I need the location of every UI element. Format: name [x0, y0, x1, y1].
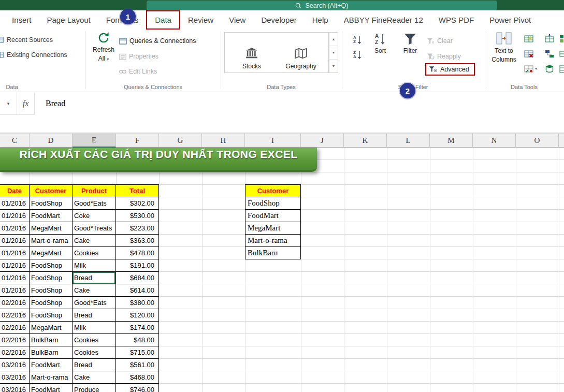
cell-total[interactable]: $302.00 [116, 197, 159, 210]
tab-help[interactable]: Help [305, 10, 336, 30]
cell-product[interactable]: Cake [73, 284, 116, 297]
cell-date[interactable]: 01/2016 [0, 272, 30, 284]
cell-date[interactable]: 02/2016 [0, 297, 30, 309]
column-header-h[interactable]: H [202, 134, 245, 148]
consolidate-button[interactable] [544, 33, 555, 45]
cell-total[interactable]: $174.00 [116, 322, 159, 334]
flash-fill-button[interactable] [523, 33, 534, 45]
cell-total[interactable]: $363.00 [116, 235, 159, 247]
sort-descending-button[interactable]: ZA [349, 48, 366, 62]
clear-filter-button[interactable]: Clear [427, 35, 453, 47]
cell-customer[interactable]: FoodMart [30, 384, 73, 392]
cell-customer[interactable]: FoodShop [30, 272, 73, 284]
name-box[interactable]: ▾ [0, 92, 17, 115]
group-outline-button[interactable] [558, 33, 564, 45]
column-header-f[interactable]: F [116, 134, 159, 148]
cell-total[interactable]: $530.00 [116, 210, 159, 222]
cell-date[interactable]: 03/2016 [0, 384, 30, 392]
tab-data[interactable]: Data [146, 10, 180, 30]
cell-customer[interactable]: Mart-o-rama [30, 235, 73, 247]
cell-product[interactable]: Bread [73, 359, 116, 371]
cell-product[interactable]: Bread [73, 309, 116, 322]
column-header-partial[interactable] [559, 134, 564, 148]
cell-date[interactable]: 02/2016 [0, 309, 30, 322]
cell-total[interactable]: $48.00 [116, 334, 159, 346]
tab-insert[interactable]: Insert [4, 10, 39, 30]
cell-customer[interactable]: FoodShop [30, 284, 73, 297]
unique-value-cell[interactable]: FoodShop [245, 197, 301, 210]
cell-product[interactable]: Coke [73, 210, 116, 222]
column-header-e[interactable]: E [73, 134, 116, 148]
tab-developer[interactable]: Developer [253, 10, 304, 30]
unique-value-cell[interactable]: Mart-o-rama [245, 235, 301, 247]
cell-customer[interactable]: FoodShop [30, 297, 73, 309]
gallery-scroll-down-icon[interactable]: ▼ [329, 46, 338, 60]
stocks-item[interactable]: Stocks [229, 35, 274, 70]
cell-customer[interactable]: BulkBarn [30, 346, 73, 359]
cell-product[interactable]: Cookies [73, 247, 116, 259]
reapply-filter-button[interactable]: Reapply [427, 51, 461, 62]
existing-connections-button[interactable]: Existing Connections [0, 49, 67, 61]
cell-total[interactable]: $614.00 [116, 284, 159, 297]
cell-product[interactable]: Good*Eats [73, 297, 116, 309]
selected-cell[interactable]: Bread [73, 272, 116, 284]
column-header-l[interactable]: L [387, 134, 430, 148]
cell-date[interactable]: 01/2016 [0, 210, 30, 222]
refresh-all-button[interactable]: Refresh All ▾ [89, 31, 118, 77]
cell-date[interactable]: 03/2016 [0, 359, 30, 371]
cell-date[interactable]: 02/2016 [0, 334, 30, 346]
gallery-more-icon[interactable]: ▼ [329, 60, 338, 72]
cell-date[interactable]: 01/2016 [0, 197, 30, 210]
recent-sources-button[interactable]: Recent Sources [0, 34, 53, 46]
cell-total[interactable]: $380.00 [116, 297, 159, 309]
cell-product[interactable]: Cake [73, 371, 116, 384]
search-box[interactable]: Search (Alt+Q) [147, 1, 497, 10]
text-to-columns-button[interactable]: Text to Columns [488, 31, 520, 78]
cell-date[interactable]: 01/2016 [0, 222, 30, 235]
worksheet[interactable]: RÍCH XUẤT CÁC GIÁ TRỊ DUY NHẤT TRONG EXC… [0, 148, 564, 392]
unique-value-cell[interactable]: BulkBarn [245, 247, 301, 259]
unique-value-cell[interactable]: FoodMart [245, 210, 301, 222]
cell-customer[interactable]: BulkBarn [30, 334, 73, 346]
cell-customer[interactable]: FoodMart [30, 210, 73, 222]
cell-customer[interactable]: MegaMart [30, 222, 73, 235]
cell-product[interactable]: Good*Eats [73, 197, 116, 210]
cell-date[interactable]: 01/2016 [0, 259, 30, 272]
cell-customer[interactable]: FoodShop [30, 309, 73, 322]
cell-total[interactable]: $746.00 [116, 384, 159, 392]
sort-ascending-button[interactable]: AZ [349, 33, 366, 47]
cell-total[interactable]: $468.00 [116, 371, 159, 384]
cell-date[interactable]: 01/2016 [0, 235, 30, 247]
queries-and-connections-button[interactable]: Queries & Connections [119, 35, 196, 47]
gallery-scroll-up-icon[interactable]: ▲ [329, 33, 338, 46]
column-header-j[interactable]: J [301, 134, 344, 148]
unique-header-cell[interactable]: Customer [245, 185, 301, 197]
cell-customer[interactable]: FoodShop [30, 259, 73, 272]
header-cell-customer[interactable]: Customer [30, 185, 73, 197]
cell-total[interactable]: $561.00 [116, 359, 159, 371]
tab-page-layout[interactable]: Page Layout [39, 10, 98, 30]
column-header-o[interactable]: O [516, 134, 559, 148]
formula-input[interactable]: Bread [35, 92, 564, 115]
advanced-filter-button[interactable]: Advanced [425, 63, 475, 76]
cell-date[interactable]: 02/2016 [0, 346, 30, 359]
manage-data-model-button[interactable] [544, 63, 555, 75]
ungroup-outline-button[interactable] [558, 48, 564, 60]
cell-total[interactable]: $478.00 [116, 247, 159, 259]
cell-date[interactable]: 01/2016 [0, 247, 30, 259]
cell-customer[interactable]: FoodMart [30, 359, 73, 371]
remove-duplicates-button[interactable] [523, 48, 534, 60]
tab-wps-pdf[interactable]: WPS PDF [431, 10, 482, 30]
header-cell-date[interactable]: Date [0, 185, 30, 197]
chevron-down-icon[interactable]: ▾ [535, 66, 537, 71]
cell-product[interactable]: Cookies [73, 346, 116, 359]
sort-button[interactable]: AZ Sort [367, 32, 394, 77]
column-header-c[interactable]: C [0, 134, 30, 148]
cell-total[interactable]: $715.00 [116, 346, 159, 359]
column-header-k[interactable]: K [344, 134, 387, 148]
header-cell-product[interactable]: Product [73, 185, 116, 197]
cell-total[interactable]: $223.00 [116, 222, 159, 235]
cell-product[interactable]: Cookies [73, 334, 116, 346]
cell-date[interactable]: 02/2016 [0, 322, 30, 334]
tab-review[interactable]: Review [180, 10, 221, 30]
